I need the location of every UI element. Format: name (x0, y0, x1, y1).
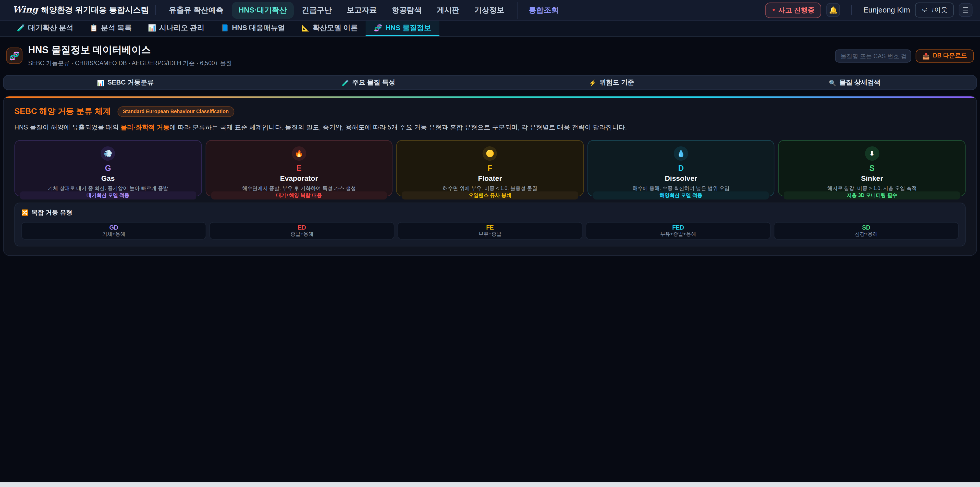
yellow-circle-icon: 🟡 (483, 146, 497, 161)
type-code: S (870, 164, 875, 172)
divider (851, 5, 852, 15)
tab-sebc-classification[interactable]: 📊 SEBC 거동분류 (4, 76, 247, 89)
sebc-title: SEBC 해양 거동 분류 체계 (14, 106, 111, 117)
mixed-code: ED (298, 225, 306, 231)
status-dot-icon: ● (772, 7, 775, 13)
nav-item-aerial-search[interactable]: 항공탐색 (385, 2, 428, 18)
section-tab-strip: 📊 SEBC 거동분류 🧪 주요 물질 특성 ⚡ 위험도 기준 🔍 물질 상세검… (3, 75, 977, 90)
logout-button[interactable]: 로그아웃 (915, 3, 954, 18)
lightning-icon: ⚡ (589, 79, 597, 86)
type-name: Evaporator (280, 176, 318, 183)
type-card-floater[interactable]: 🟡 F Floater 해수면 위에 부유. 비중 < 1.0, 불용성 물질 … (396, 140, 584, 196)
type-code: F (488, 164, 493, 172)
magnifier-icon: 🔍 (829, 79, 836, 86)
type-tag: 저층 3D 모니터링 필수 (784, 192, 960, 200)
bar-chart-icon: 📊 (148, 24, 156, 32)
gas-puff-glyph: 💨 (103, 149, 112, 158)
bell-icon: 🔔 (829, 6, 838, 14)
db-download-button[interactable]: 📥 DB 다운로드 (915, 49, 974, 62)
bottom-strip (0, 482, 980, 487)
mixed-box-fed: FED 부유+증발+용해 (586, 222, 771, 240)
subtab-scenario-management[interactable]: 📊 시나리오 관리 (140, 21, 213, 36)
type-card-gas[interactable]: 💨 G Gas 기체 상태로 대기 중 확산. 증기압이 높아 빠르게 증발 대… (14, 140, 202, 196)
type-code: E (296, 164, 301, 172)
test-tube-icon: 🧪 (342, 79, 349, 86)
db-download-label: DB 다운로드 (933, 51, 967, 60)
type-card-sinker[interactable]: ⬇ S Sinker 해저로 침강. 비중 > 1.0, 저층 오염 축적 저층… (778, 140, 966, 196)
tab-substance-detail-search[interactable]: 🔍 물질 상세검색 (733, 76, 977, 89)
mixed-label: 부유+증발+용해 (660, 232, 696, 237)
type-name: Dissolver (665, 176, 697, 183)
gas-puff-icon: 💨 (101, 146, 115, 161)
mixed-box-sd: SD 침강+용해 (774, 222, 959, 240)
ruler-icon: 📐 (301, 24, 309, 32)
divider (155, 5, 156, 15)
sebc-title-row: SEBC 해양 거동 분류 체계 Standard European Behav… (14, 106, 966, 117)
flame-glyph: 🔥 (295, 149, 304, 158)
mixed-panel-header: 🔀 복합 거동 유형 (21, 208, 959, 217)
type-name: Floater (478, 176, 502, 183)
type-card-dissolver[interactable]: 💧 D Dissolver 해수에 용해. 수중 확산하여 넓은 범위 오염 해… (587, 140, 775, 196)
dna-icon: 🧬 (6, 48, 22, 64)
dna-icon: 🧬 (374, 24, 382, 32)
top-bar: Wing 해양환경 위기대응 통합시스템 유출유 확산예측 HNS·대기확산 긴… (0, 0, 980, 21)
desc-highlight: 물리·화학적 거동 (121, 124, 169, 131)
download-icon: 📥 (922, 52, 930, 59)
mixed-code: FED (672, 225, 684, 231)
nav-item-integrated-search[interactable]: 통합조회 (517, 2, 566, 18)
page-title: HNS 물질정보 데이터베이스 (28, 44, 232, 57)
yellow-circle-glyph: 🟡 (486, 149, 494, 158)
subtab-hns-substance-info[interactable]: 🧬 HNS 물질정보 (366, 21, 439, 36)
nav-item-reports[interactable]: 보고자료 (340, 2, 383, 18)
tab-risk-criteria[interactable]: ⚡ 위험도 기준 (490, 76, 733, 89)
main-nav: 유출유 확산예측 HNS·대기확산 긴급구난 보고자료 항공탐색 게시판 기상정… (162, 2, 566, 18)
notification-button[interactable]: 🔔 (826, 3, 840, 17)
type-tag: 대기확산 모델 적용 (20, 192, 196, 200)
subtab-atmospheric-analysis[interactable]: 🧪 대기확산 분석 (9, 21, 81, 36)
droplet-glyph: 💧 (677, 149, 686, 158)
book-icon: 📘 (221, 24, 229, 32)
type-card-evaporator[interactable]: 🔥 E Evaporator 해수면에서 증발. 부유 후 기화하여 독성 가스… (205, 140, 393, 196)
test-tube-icon: 🧪 (17, 24, 25, 32)
type-code: D (678, 164, 684, 172)
mixed-box-fe: FE 부유+증발 (398, 222, 583, 240)
nav-item-board[interactable]: 게시판 (430, 2, 466, 18)
nav-item-emergency-rescue[interactable]: 긴급구난 (295, 2, 339, 18)
nav-item-weather[interactable]: 기상정보 (468, 2, 511, 18)
brand: Wing 해양환경 위기대응 통합시스템 (13, 4, 149, 16)
clipboard-icon: 📋 (89, 24, 98, 32)
type-desc: 기체 상태로 대기 중 확산. 증기압이 높아 빠르게 증발 (48, 186, 168, 192)
tab-key-properties[interactable]: 🧪 주요 물질 특성 (247, 76, 490, 89)
type-name: Sinker (861, 176, 883, 183)
nav-item-oil-spill-forecast[interactable]: 유출유 확산예측 (162, 2, 231, 18)
subtab-label: HNS 대응매뉴얼 (232, 23, 285, 33)
mixed-code: GD (109, 225, 118, 231)
page-content: 🧬 HNS 물질정보 데이터베이스 SEBC 거동분류 · CHRIS/CAME… (0, 37, 980, 482)
substance-search-input[interactable] (835, 49, 911, 62)
sebc-classification-card: SEBC 해양 거동 분류 체계 Standard European Behav… (3, 96, 977, 256)
sub-nav: 🧪 대기확산 분석 📋 분석 목록 📊 시나리오 관리 📘 HNS 대응매뉴얼 … (0, 21, 980, 37)
user-name: Eunjeong Kim (863, 6, 910, 14)
nav-item-hns-atmospheric[interactable]: HNS·대기확산 (232, 2, 294, 18)
app-title: 해양환경 위기대응 통합시스템 (41, 5, 149, 16)
tab-label: 주요 물질 특성 (352, 78, 395, 87)
mixed-panel-title: 복합 거동 유형 (32, 208, 73, 217)
page-title-block: HNS 물질정보 데이터베이스 SEBC 거동분류 · CHRIS/CAMEO … (28, 44, 232, 67)
mixed-code: FE (486, 225, 494, 231)
tab-label: 위험도 기준 (600, 78, 634, 87)
flame-icon: 🔥 (292, 146, 306, 161)
hamburger-menu-button[interactable]: ☰ (959, 3, 973, 17)
tab-label: 물질 상세검색 (839, 78, 880, 87)
subtab-hns-manual[interactable]: 📘 HNS 대응매뉴얼 (213, 21, 293, 36)
type-desc: 해수면에서 증발. 부유 후 기화하여 독성 가스 생성 (242, 186, 356, 192)
mixed-box-ed: ED 증발+용해 (209, 222, 394, 240)
mixed-label: 증발+용해 (290, 232, 313, 237)
mixed-label: 침강+용해 (855, 232, 878, 237)
mixed-behavior-panel: 🔀 복합 거동 유형 GD 기체+용해 ED 증발+용해 FE 부유+증발 (14, 203, 966, 246)
subtab-diffusion-model-theory[interactable]: 📐 확산모델 이론 (293, 21, 366, 36)
page-header-left: 🧬 HNS 물질정보 데이터베이스 SEBC 거동분류 · CHRIS/CAME… (6, 44, 232, 67)
desc-suffix: 에 따라 분류하는 국제 표준 체계입니다. 물질의 밀도, 증기압, 용해도에… (169, 124, 627, 131)
app-root: Wing 해양환경 위기대응 통합시스템 유출유 확산예측 HNS·대기확산 긴… (0, 0, 980, 487)
subtab-label: 대기확산 분석 (28, 23, 73, 33)
subtab-analysis-list[interactable]: 📋 분석 목록 (81, 21, 140, 36)
